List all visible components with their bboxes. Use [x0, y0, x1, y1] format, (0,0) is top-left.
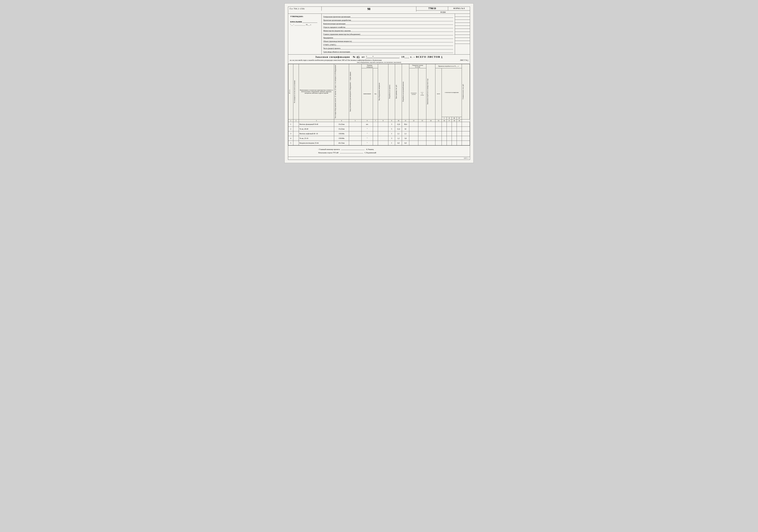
page-number: 98 — [322, 7, 416, 12]
table-cell: 2,1 — [395, 131, 402, 136]
table-cell: I — [288, 122, 293, 126]
th-pos: No позиции по схе-ме; место установки — [293, 64, 299, 120]
right-fields: Генеральная проектная организация Проект… — [322, 14, 455, 54]
subtitle-note: (вид оборудования, изделий и материалы, … — [290, 61, 468, 63]
table-cell — [462, 131, 470, 136]
code-cell-8 — [455, 38, 470, 41]
table-cell — [435, 131, 442, 136]
field-row-4: Министерство (ведомство)–заказчик — [323, 29, 453, 32]
th-ed-group: Единицаизмерения — [362, 64, 378, 68]
table-cell: То же, 40-40 — [299, 126, 334, 131]
table-cell: 2,1 — [402, 131, 409, 136]
table-cell — [378, 122, 388, 126]
code-cell-7 — [455, 35, 470, 38]
cn-6: 6 — [362, 119, 373, 122]
code-cell-9 — [455, 41, 470, 44]
th-prinyato: Принятая потребность на 19___ г. — [435, 64, 462, 68]
table-cell — [409, 126, 418, 131]
signatures-block: / Главный инженер проекта А.Уманец Начал… — [288, 146, 470, 157]
main-title: Заказная спецификация № 45 от "___"_____… — [290, 55, 468, 58]
table-cell — [426, 126, 435, 131]
cn-16: 16 — [442, 119, 447, 122]
table-cell — [452, 126, 457, 131]
field-row-0: Генеральная проектная организация — [323, 15, 453, 18]
table-cell: 3 — [388, 136, 395, 141]
table-cell: 4 — [288, 136, 293, 141]
bottom-bar: ЦИП А — [288, 157, 470, 160]
chief-engineer-row: / Главный инженер проекта А.Уманец — [318, 148, 466, 150]
chief-engineer-name: А.Уманец — [366, 148, 374, 150]
table-cell — [447, 131, 452, 136]
table-cell: 6,0 — [402, 141, 409, 145]
cn-12: 12 — [409, 119, 418, 122]
table-cell — [378, 136, 388, 141]
table-cell: 1,2 — [395, 136, 402, 141]
table-cell — [378, 141, 388, 145]
field-row-2: Комплектующая организация — [323, 22, 453, 25]
table-cell — [349, 141, 362, 145]
table-cell — [447, 122, 452, 126]
table-cell — [435, 126, 442, 131]
table-cell — [452, 131, 457, 136]
field-row-1: Проектная организация–разработчик — [323, 18, 453, 21]
table-cell — [457, 126, 462, 131]
table-cell: 5 — [288, 141, 293, 145]
th-q3: III — [452, 117, 457, 119]
table-cell: " — [362, 131, 373, 136]
main-table-wrap: № п. п. No позиции по схе-ме; место уста… — [288, 64, 470, 146]
table-cell: I — [388, 131, 395, 136]
th-sklad: в т.ч.наскладе — [418, 68, 426, 120]
cn-3: 3 — [299, 119, 334, 122]
utverzhdayu-label: УТВЕРЖДАЮ: — [290, 16, 320, 18]
cn-19: 19 — [457, 119, 462, 122]
code-cell-10 — [455, 44, 470, 47]
table-cell — [293, 141, 299, 145]
th-q2: II — [447, 117, 452, 119]
table-cell — [462, 122, 470, 126]
table-cell — [426, 136, 435, 141]
table-cell — [462, 141, 470, 145]
code-cell-0 — [455, 14, 470, 17]
table-cell — [447, 126, 452, 131]
chief-engineer-label: / Главный инженер проекта — [318, 148, 340, 150]
th-num: № п. п. — [288, 64, 293, 120]
table-row: 5Конденсатоотводчик 25-6445с13нж"I6,06,0 — [288, 141, 470, 145]
table-cell: 12,4 — [395, 126, 402, 131]
table-cell — [457, 131, 462, 136]
table-cell — [442, 122, 447, 126]
code-column — [455, 14, 470, 54]
table-header-row-1: № п. п. No позиции по схе-ме; место уста… — [288, 64, 470, 68]
document-page: Т.п 704.1-150с 98 7798/10 ФОРМА № 8 КОДЫ — [285, 3, 473, 163]
table-cell: 12,8 — [395, 122, 402, 126]
table-cell: 3 — [388, 122, 395, 126]
kody-row: КОДЫ — [416, 11, 470, 14]
th-ozhid-group: Ожидаемое наличиена складе — [409, 64, 426, 68]
table-cell: 45с13нж — [334, 141, 349, 145]
table-cell — [447, 136, 452, 141]
table-cell — [426, 131, 435, 136]
top-right-group: 7798/10 ФОРМА № 8 КОДЫ — [416, 7, 470, 14]
table-cell — [457, 141, 462, 145]
th-potr2: Потребность на пусковой комплекс — [402, 64, 409, 120]
field-row-10: Срок ввода объекта в эксплуатацию — [323, 50, 453, 53]
table-cell: 15б16бк — [334, 136, 349, 141]
table-cell — [349, 126, 362, 131]
table-row: 3Вентиль муфтовый 40 -1615б16бк"I2,12,1 — [288, 131, 470, 136]
table-cell — [418, 122, 426, 126]
table-cell — [409, 131, 418, 136]
field-row-3: Отрасль народного хозяйства — [323, 25, 453, 28]
field-row-7: Объект (производственная мощность) — [323, 39, 453, 42]
date-line: "___" _____________ 19___ г. — [290, 24, 320, 26]
table-cell: То же, 25-16 — [299, 136, 334, 141]
table-cell — [442, 131, 447, 136]
table-cell — [373, 136, 378, 141]
cn-18: 18 — [452, 119, 457, 122]
table-cell — [293, 126, 299, 131]
table-cell: 15с22нж — [334, 126, 349, 131]
th-zayav: Заявленная потреб-ность планиру-емого го… — [426, 64, 435, 120]
cn-4: 4 — [334, 119, 349, 122]
th-cena: Цена единицы, тыс. руб. — [395, 64, 402, 120]
th-vsego: всего — [435, 68, 442, 120]
table-cell: шт. — [362, 122, 373, 126]
code-cell-5 — [455, 29, 470, 32]
